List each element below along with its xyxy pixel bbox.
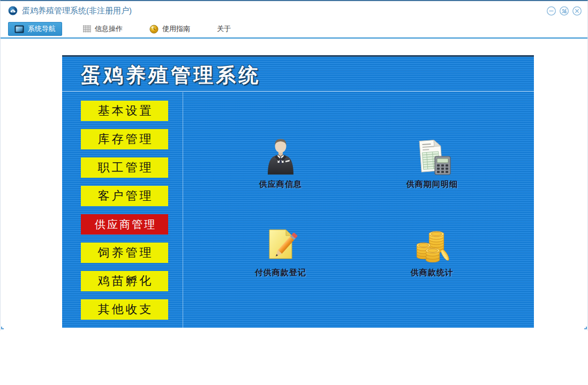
sidebar-divider xyxy=(183,92,183,328)
shortcut-supplier-period-detail[interactable]: 供商期间明细 xyxy=(395,137,470,190)
tab-user-guide[interactable]: 使用指南 xyxy=(143,22,197,36)
gold-coins-icon xyxy=(412,225,452,265)
header-divider xyxy=(62,91,534,92)
sidebar-item-customers[interactable]: 客户管理 xyxy=(81,186,168,206)
tab-label: 关于 xyxy=(217,24,231,34)
tab-label: 使用指南 xyxy=(162,24,190,34)
toolbar: 系统导航 信息操作 使用指南 xyxy=(1,20,587,39)
monitor-icon xyxy=(14,25,24,33)
shortcut-supplier-payment-stats[interactable]: 供商款统计 xyxy=(395,225,470,278)
sidebar-item-inventory[interactable]: 库存管理 xyxy=(81,129,168,149)
sidebar: 基本设置 库存管理 职工管理 客户管理 供应商管理 饲养管理 鸡苗孵化 其他收支 xyxy=(81,101,168,320)
help-ball-icon xyxy=(149,25,159,34)
shortcut-label: 供商款统计 xyxy=(411,268,454,278)
window-controls xyxy=(546,6,582,16)
minimize-button[interactable] xyxy=(546,6,556,16)
shortcut-label: 供商期间明细 xyxy=(406,179,458,190)
note-pencil-icon xyxy=(261,225,300,265)
app-window: 蛋鸡养殖管理系统(非注册用户) xyxy=(0,0,588,330)
workspace: 蛋鸡养殖管理系统 基本设置 库存管理 职工管理 客户管理 供应商管理 饲养管理 … xyxy=(1,39,587,330)
tab-label: 信息操作 xyxy=(95,24,123,34)
sidebar-item-other-income[interactable]: 其他收支 xyxy=(81,299,168,320)
main-panel: 蛋鸡养殖管理系统 基本设置 库存管理 职工管理 客户管理 供应商管理 饲养管理 … xyxy=(62,55,534,328)
titlebar: 蛋鸡养殖管理系统(非注册用户) xyxy=(1,1,587,20)
grid-icon xyxy=(82,25,91,33)
close-button[interactable] xyxy=(572,6,582,16)
app-logo-icon xyxy=(8,6,18,16)
shortcut-label: 供应商信息 xyxy=(259,179,302,190)
sidebar-item-basic-settings[interactable]: 基本设置 xyxy=(81,101,168,121)
tab-info-operations[interactable]: 信息操作 xyxy=(76,22,129,36)
sidebar-item-staff[interactable]: 职工管理 xyxy=(81,157,168,178)
tab-about[interactable]: 关于 xyxy=(210,22,237,36)
window-title: 蛋鸡养殖管理系统(非注册用户) xyxy=(22,6,132,16)
shortcut-supplier-payment-register[interactable]: 付供商款登记 xyxy=(243,225,318,278)
maximize-button[interactable] xyxy=(559,6,569,16)
sidebar-item-suppliers[interactable]: 供应商管理 xyxy=(81,214,168,235)
sidebar-item-feeding[interactable]: 饲养管理 xyxy=(81,243,168,263)
invoice-calculator-icon xyxy=(412,137,452,177)
tab-label: 系统导航 xyxy=(28,24,56,34)
shortcut-supplier-info[interactable]: 供应商信息 xyxy=(243,137,318,190)
resize-grip-left[interactable] xyxy=(1,327,4,329)
tab-system-navigation[interactable]: 系统导航 xyxy=(8,22,62,36)
sidebar-item-chick-hatching[interactable]: 鸡苗孵化 xyxy=(81,271,168,291)
panel-title: 蛋鸡养殖管理系统 xyxy=(81,62,261,89)
businessman-icon xyxy=(261,137,300,177)
shortcut-label: 付供商款登记 xyxy=(255,268,306,278)
resize-grip-right[interactable] xyxy=(584,327,587,329)
